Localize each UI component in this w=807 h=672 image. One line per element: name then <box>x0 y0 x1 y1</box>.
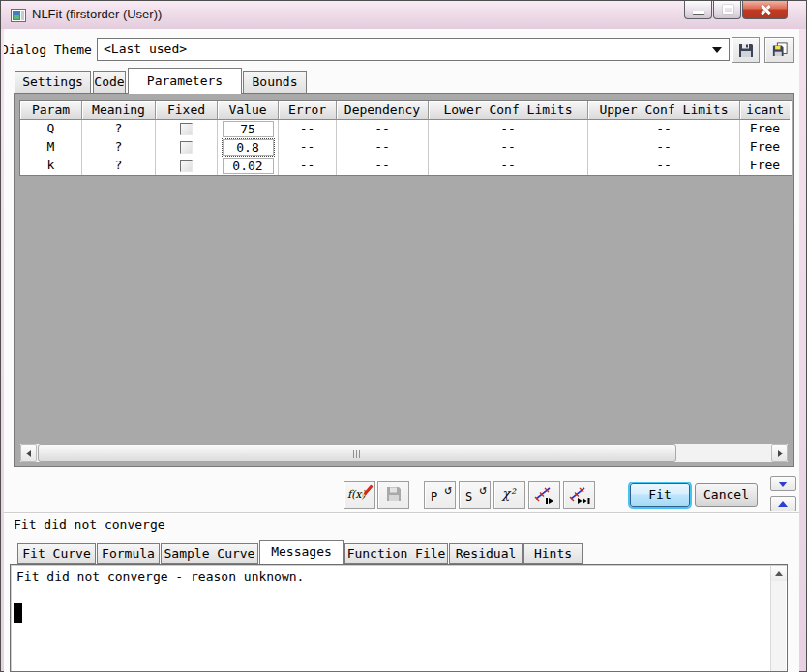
value-cell[interactable]: 0.02 <box>218 157 279 175</box>
value-input-focused[interactable]: 0.8 <box>223 139 274 156</box>
app-icon <box>11 8 26 23</box>
chevron-down-icon[interactable] <box>712 47 722 53</box>
tab-residual[interactable]: Residual <box>449 543 523 564</box>
collapse-dialog-button[interactable] <box>770 476 796 491</box>
arrow-down-icon <box>778 482 788 487</box>
footer-divider <box>4 512 799 513</box>
save-theme-as-button[interactable] <box>764 37 794 63</box>
error-cell: -- <box>279 157 337 175</box>
meaning-cell[interactable]: ? <box>82 120 156 138</box>
upper-conf-cell: -- <box>588 120 740 138</box>
tab-messages[interactable]: Messages <box>259 540 344 564</box>
column-header-value: Value <box>218 101 279 120</box>
tab-formula[interactable]: Formula <box>97 543 160 564</box>
reset-parameters-button[interactable]: P ↺ <box>424 481 456 509</box>
fixed-checkbox[interactable] <box>180 141 193 154</box>
theme-combobox[interactable]: <Last used> <box>97 38 730 61</box>
dependency-cell: -- <box>337 157 429 175</box>
fit-button[interactable]: Fit <box>630 483 690 507</box>
significant-cell[interactable]: Free <box>740 120 790 138</box>
tab-hints[interactable]: Hints <box>523 543 583 564</box>
save-theme-button[interactable] <box>732 37 760 63</box>
upper-conf-cell: -- <box>588 157 740 175</box>
dialog-client-area: Dialog Theme <Last used> Settings Code <box>4 29 799 672</box>
fixed-cell[interactable] <box>156 120 218 138</box>
maximize-icon <box>723 5 733 14</box>
save-copy-icon <box>772 42 788 57</box>
reset-p-label: P <box>431 490 437 504</box>
tab-settings[interactable]: Settings <box>15 71 91 93</box>
param-name-cell: M <box>20 138 82 157</box>
fit-one-iteration-button[interactable] <box>528 481 560 509</box>
save-icon <box>738 43 754 58</box>
param-name-cell: k <box>20 157 82 175</box>
column-header-error: Error <box>279 101 337 120</box>
messages-text-area[interactable]: Fit did not converge - reason unknown. <box>10 564 788 672</box>
close-icon <box>759 3 772 16</box>
param-name-cell: Q <box>20 120 82 138</box>
upper-conf-cell: -- <box>588 138 740 157</box>
fixed-checkbox[interactable] <box>180 160 193 172</box>
parameters-panel: Param Meaning Fixed Value Error Dependen… <box>14 93 794 467</box>
chi-square-icon: χ² <box>502 486 515 501</box>
value-cell[interactable]: 75 <box>218 120 279 138</box>
maximize-button[interactable] <box>713 1 741 19</box>
column-header-lower-conf: Lower Conf Limits <box>429 101 588 120</box>
scroll-left-button[interactable] <box>20 444 37 462</box>
scroll-right-button[interactable] <box>771 444 788 462</box>
significant-cell[interactable]: Free <box>740 138 790 157</box>
thumb-grip-icon <box>353 450 361 458</box>
arrow-right-icon <box>778 450 783 457</box>
scroll-up-button[interactable] <box>771 566 787 581</box>
tab-code[interactable]: Code <box>93 71 126 93</box>
table-row: k ? 0.02 -- -- -- -- Free <box>20 157 792 175</box>
undo-arrow-icon: ↺ <box>444 482 452 497</box>
table-row: M ? 0.8 -- -- -- -- Free <box>20 138 792 157</box>
minimize-button[interactable] <box>684 1 712 19</box>
reset-s-label: S <box>465 490 472 504</box>
vertical-scrollbar[interactable] <box>770 566 786 671</box>
status-text: Fit did not converge <box>14 517 165 532</box>
window-title: NLFit (firstorder (User)) <box>32 7 162 21</box>
lower-conf-cell: -- <box>429 157 588 175</box>
lower-conf-cell: -- <box>429 138 588 157</box>
tab-sample-curve[interactable]: Sample Curve <box>161 543 258 564</box>
value-input[interactable]: 0.02 <box>223 158 274 174</box>
meaning-cell[interactable]: ? <box>82 138 156 157</box>
chi-square-button[interactable]: χ² <box>493 481 525 509</box>
column-header-meaning: Meaning <box>82 101 156 120</box>
error-cell: -- <box>279 138 337 157</box>
table-row: Q ? 75 -- -- -- -- Free <box>20 120 792 138</box>
tab-function-file[interactable]: Function File <box>344 543 448 564</box>
dialog-theme-label: Dialog Theme <box>4 43 92 57</box>
tab-fit-curve[interactable]: Fit Curve <box>17 543 96 564</box>
arrow-left-icon <box>26 450 31 457</box>
tab-bounds[interactable]: Bounds <box>243 71 307 93</box>
window-frame: NLFit (firstorder (User)) Dialog Theme <… <box>0 0 807 672</box>
message-text: Fit did not converge - reason unknown. <box>16 570 304 584</box>
table-header-row: Param Meaning Fixed Value Error Dependen… <box>20 101 792 120</box>
meaning-cell[interactable]: ? <box>82 157 156 175</box>
value-cell[interactable]: 0.8 <box>218 138 279 157</box>
scrollbar-thumb[interactable] <box>38 444 676 462</box>
lower-conf-cell: -- <box>429 120 588 138</box>
fixed-cell[interactable] <box>156 157 218 175</box>
horizontal-scrollbar[interactable] <box>20 444 788 462</box>
column-header-fixed: Fixed <box>156 101 218 120</box>
pencil-icon <box>363 484 373 495</box>
close-button[interactable] <box>742 1 788 19</box>
value-input[interactable]: 75 <box>223 121 274 137</box>
cancel-button[interactable]: Cancel <box>695 483 758 507</box>
parameter-table: Param Meaning Fixed Value Error Dependen… <box>19 100 792 176</box>
expand-dialog-button[interactable] <box>770 496 796 511</box>
save-fit-button[interactable] <box>377 481 409 509</box>
title-bar[interactable]: NLFit (firstorder (User)) <box>1 1 806 29</box>
edit-function-button[interactable]: f(x) <box>344 481 375 509</box>
tab-parameters[interactable]: Parameters <box>128 68 242 94</box>
fixed-checkbox[interactable] <box>180 123 193 135</box>
reset-settings-button[interactable]: S ↺ <box>459 481 491 509</box>
fixed-cell[interactable] <box>156 138 218 157</box>
significant-cell[interactable]: Free <box>740 157 790 175</box>
fit-until-converged-button[interactable] <box>563 481 595 509</box>
arrow-up-icon <box>775 571 783 576</box>
